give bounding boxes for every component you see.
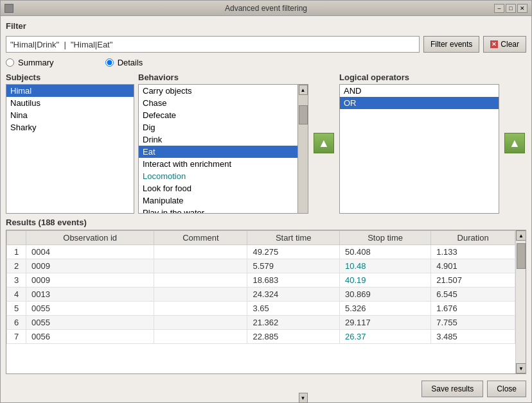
main-content: Filter Filter events ✕ Clear Summary Det… bbox=[1, 16, 531, 402]
titlebar: Advanced event filtering – □ ✕ bbox=[1, 1, 531, 16]
logical-and[interactable]: AND bbox=[340, 85, 499, 97]
subjects-column: Subjects Himal Nautilus Nina Sharky bbox=[6, 73, 134, 214]
scroll-thumb[interactable] bbox=[299, 105, 308, 124]
filter-input[interactable] bbox=[6, 36, 420, 53]
behavior-look-food[interactable]: Look for food bbox=[139, 182, 297, 194]
filter-row: Filter events ✕ Clear bbox=[6, 36, 526, 53]
window-title: Advanced event filtering bbox=[225, 4, 307, 13]
filter-label: Filter bbox=[6, 21, 526, 31]
results-label: Results (188 events) bbox=[6, 218, 526, 227]
table-row: 200095.57910.484.901 bbox=[7, 259, 515, 273]
col-duration: Duration bbox=[431, 231, 515, 245]
table-scroll-track[interactable] bbox=[516, 241, 526, 363]
summary-radio[interactable] bbox=[6, 58, 14, 67]
results-table-inner[interactable]: Observation id Comment Start time Stop t… bbox=[6, 230, 515, 373]
radio-row: Summary Details bbox=[6, 56, 526, 69]
results-section: Results (188 events) Observation id Comm… bbox=[6, 218, 526, 374]
table-row: 3000918.68340.1921.507 bbox=[7, 273, 515, 287]
close-titlebar-button[interactable]: ✕ bbox=[517, 4, 528, 13]
clear-x-icon: ✕ bbox=[490, 40, 498, 48]
table-header-row: Observation id Comment Start time Stop t… bbox=[7, 231, 515, 245]
details-radio[interactable] bbox=[105, 58, 114, 67]
logical-operators-column: Logical operators AND OR bbox=[339, 73, 499, 214]
titlebar-left bbox=[4, 4, 13, 13]
behaviors-column: Behaviors Carry objects Chase Defecate D… bbox=[138, 73, 308, 214]
subject-item-nina[interactable]: Nina bbox=[6, 109, 134, 121]
scroll-up-arrow[interactable]: ▲ bbox=[299, 85, 308, 95]
results-table-wrap: Observation id Comment Start time Stop t… bbox=[6, 230, 526, 374]
subject-item-sharky[interactable]: Sharky bbox=[6, 121, 134, 133]
details-label: Details bbox=[118, 58, 143, 67]
col-observation-id: Observation id bbox=[26, 231, 154, 245]
behaviors-add-arrow-button[interactable]: ▲ bbox=[314, 133, 334, 153]
table-scroll-up[interactable]: ▲ bbox=[516, 230, 526, 241]
behaviors-list[interactable]: Carry objects Chase Defecate Dig Drink E… bbox=[139, 85, 297, 213]
columns-section: Subjects Himal Nautilus Nina Sharky Beha… bbox=[6, 73, 526, 214]
behavior-dig[interactable]: Dig bbox=[139, 121, 297, 133]
table-scroll-area: Observation id Comment Start time Stop t… bbox=[6, 230, 526, 373]
col-start-time: Start time bbox=[247, 231, 340, 245]
behavior-locomotion[interactable]: Locomotion bbox=[139, 170, 297, 182]
logical-operators-list[interactable]: AND OR bbox=[339, 84, 499, 214]
logical-operators-header: Logical operators bbox=[339, 73, 499, 82]
logical-add-arrow-button[interactable]: ▲ bbox=[504, 133, 525, 153]
col-stop-time: Stop time bbox=[340, 231, 431, 245]
clear-label: Clear bbox=[501, 40, 519, 49]
table-scroll-down[interactable]: ▼ bbox=[516, 363, 526, 373]
minimize-button[interactable]: – bbox=[494, 4, 504, 13]
filter-events-button[interactable]: Filter events bbox=[423, 36, 479, 53]
close-button[interactable]: Close bbox=[487, 381, 526, 397]
subjects-header: Subjects bbox=[6, 73, 134, 82]
logical-or[interactable]: OR bbox=[340, 97, 499, 109]
behaviors-list-wrap: Carry objects Chase Defecate Dig Drink E… bbox=[138, 84, 308, 214]
summary-radio-option[interactable]: Summary bbox=[6, 58, 54, 67]
table-row: 500553.655.3261.676 bbox=[7, 302, 515, 316]
col-rownum bbox=[7, 231, 26, 245]
save-results-button[interactable]: Save results bbox=[421, 381, 483, 397]
behaviors-scrollbar: ▲ ▼ bbox=[297, 85, 308, 213]
table-scroll-thumb[interactable] bbox=[517, 243, 526, 269]
behaviors-header: Behaviors bbox=[138, 73, 308, 82]
behavior-eat[interactable]: Eat bbox=[139, 146, 297, 158]
table-row: 7005622.88526.373.485 bbox=[7, 330, 515, 344]
behavior-manipulate[interactable]: Manipulate bbox=[139, 194, 297, 207]
summary-label: Summary bbox=[18, 58, 54, 67]
main-window: Advanced event filtering – □ ✕ Filter Fi… bbox=[0, 0, 532, 403]
results-table: Observation id Comment Start time Stop t… bbox=[6, 230, 515, 344]
bottom-buttons: Save results Close bbox=[6, 378, 526, 397]
table-row: 4001324.32430.8696.545 bbox=[7, 287, 515, 302]
behavior-chase[interactable]: Chase bbox=[139, 97, 297, 109]
table-row: 1000449.27550.4081.133 bbox=[7, 245, 515, 259]
col-comment: Comment bbox=[154, 231, 247, 245]
clear-button[interactable]: ✕ Clear bbox=[483, 36, 526, 53]
subjects-list[interactable]: Himal Nautilus Nina Sharky bbox=[6, 84, 134, 214]
behavior-play-water[interactable]: Play in the water bbox=[139, 207, 297, 213]
table-row: 6005521.36229.1177.755 bbox=[7, 316, 515, 330]
behavior-drink[interactable]: Drink bbox=[139, 133, 297, 146]
titlebar-controls: – □ ✕ bbox=[494, 4, 528, 13]
details-radio-option[interactable]: Details bbox=[105, 58, 143, 67]
behavior-defecate[interactable]: Defecate bbox=[139, 109, 297, 121]
subject-item-himal[interactable]: Himal bbox=[6, 85, 134, 97]
subject-item-nautilus[interactable]: Nautilus bbox=[6, 97, 134, 109]
window-icon bbox=[4, 4, 13, 13]
restore-button[interactable]: □ bbox=[506, 4, 516, 13]
behavior-interact[interactable]: Interact with enrichment bbox=[139, 158, 297, 170]
behavior-carry-objects[interactable]: Carry objects bbox=[139, 85, 297, 97]
logical-arrow-col: ▲ bbox=[503, 73, 526, 214]
behaviors-arrow-col: ▲ bbox=[312, 73, 335, 214]
table-scrollbar: ▲ ▼ bbox=[515, 230, 526, 373]
